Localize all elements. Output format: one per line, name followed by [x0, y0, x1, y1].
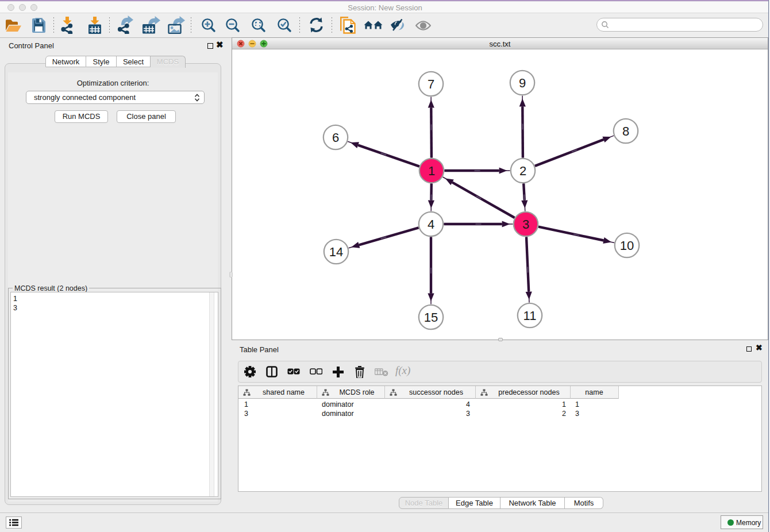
svg-text:11: 11 — [523, 309, 537, 323]
svg-text:8: 8 — [622, 124, 629, 138]
svg-text:2: 2 — [519, 164, 526, 178]
svg-text:7: 7 — [428, 77, 434, 91]
svg-text:10: 10 — [620, 238, 634, 253]
svg-text:1: 1 — [428, 164, 435, 178]
svg-text:15: 15 — [424, 310, 438, 325]
svg-text:14: 14 — [329, 245, 343, 259]
svg-text:9: 9 — [519, 76, 526, 90]
svg-text:4: 4 — [428, 217, 434, 232]
svg-text:3: 3 — [522, 217, 529, 232]
svg-text:6: 6 — [332, 130, 339, 145]
